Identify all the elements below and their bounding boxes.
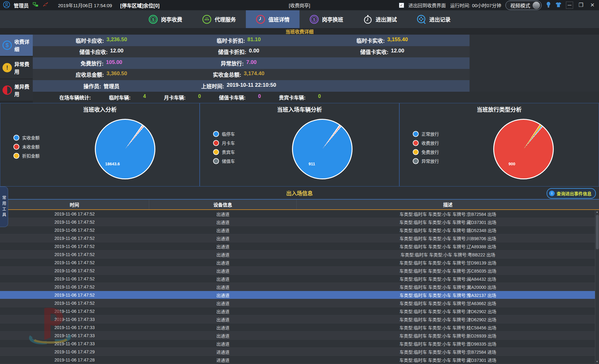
minimize-button[interactable]: ─ <box>566 2 573 9</box>
release-chart-title: 当班放行类型分析 <box>400 105 599 113</box>
stats-row-temp-card: 临时卡应收:3,236.50 临时卡折扣:81.10 临时卡实收:3,155.4… <box>33 35 470 46</box>
detail-sidebar: $ 收费详细 ! 异常费用 差异费用 <box>0 35 33 103</box>
table-header: 时间 设备信息 描述 <box>0 199 599 209</box>
event-table-body: 2019-11-06 17:47:52出通道车类型:临时车 车类型:小车 车牌号… <box>0 210 599 364</box>
onsite-label: 在场车辆统计: <box>59 94 91 101</box>
datetime: 2019年11月06日 17:54:09 <box>58 2 112 8</box>
sidebar-item-abnormal-fee[interactable]: ! 异常费用 <box>0 57 33 78</box>
parking-space-info: [停车区域]余位[0] <box>120 2 159 9</box>
app-window: 管理员 2019年11月06日 17:54:09 [停车区域]余位[0] [收费… <box>0 0 599 364</box>
svg-text:$: $ <box>313 17 315 22</box>
booth-title: [收费岗亭] <box>289 2 310 8</box>
video-mode-label: 视频模式 <box>510 2 530 9</box>
current-user: 管理员 <box>14 2 29 9</box>
money-circle-icon: $ <box>149 15 158 24</box>
clock-icon <box>256 15 265 24</box>
stats-row-totals: 应收总金额:3,360.50 实收金总额:3,174.40 <box>33 69 470 80</box>
entry-chart-title: 当班入场车辆分析 <box>200 105 399 113</box>
network-status-icon <box>32 2 39 8</box>
scroll-down-icon[interactable]: ▼ <box>595 360 599 364</box>
table-row[interactable]: 2019-11-06 17:47:33出通道车类型:临时车 车类型:小车 车牌号… <box>0 315 599 323</box>
release-chart-legend: 正常放行 收费放行 免费放行 异常放行 <box>413 131 439 164</box>
table-row-selected[interactable]: 2019-11-06 17:47:52出通道车类型:临时车 车类型:小车 车牌号… <box>0 291 599 299</box>
table-row[interactable]: 2019-11-06 17:47:52出通道车类型:临时车 车类型:小车 车牌号… <box>0 275 599 283</box>
sidebar-item-fee-detail[interactable]: $ 收费详细 <box>0 35 33 56</box>
table-row[interactable]: 2019-11-06 17:47:52出通道车类型:临时车 车类型:小车 车牌号… <box>0 250 599 259</box>
temp-received-value: 3,155.40 <box>387 36 408 44</box>
abnormal-release-value: 7.00 <box>246 59 256 67</box>
sidebar-item-diff-fee[interactable]: 差异费用 <box>0 80 33 101</box>
legend-dot <box>13 135 19 141</box>
release-type-panel: 当班放行类型分析 正常放行 收费放行 免费放行 异常放行 900 <box>399 103 599 187</box>
col-time[interactable]: 时间 <box>0 200 149 209</box>
legend-dot <box>13 153 19 159</box>
close-button[interactable]: ✕ <box>589 2 596 8</box>
col-device[interactable]: 设备信息 <box>149 200 297 209</box>
month-vehicles-count: 0 <box>198 94 201 101</box>
table-row[interactable]: 2019-11-06 17:47:52出通道车类型:临时车 车类型:小车 车牌号… <box>0 307 599 315</box>
income-analysis-panel: 当班收入分析 实收金额 未收金额 折扣金额 18643.6 <box>0 103 200 187</box>
temp-vehicles-count: 4 <box>143 94 146 101</box>
legend-dot <box>413 131 419 137</box>
table-row[interactable]: 2019-11-06 17:47:52出通道车类型:临时车 车类型:小车 车牌号… <box>0 234 599 242</box>
table-row[interactable]: 2019-11-06 17:47:33出通道车类型:临时车 车类型:小车 车牌号… <box>0 332 599 340</box>
skin-shirt-icon[interactable] <box>555 2 562 8</box>
table-row[interactable]: 2019-11-06 17:47:52出通道车类型:临时车 车类型:小车 车牌号… <box>0 226 599 234</box>
lightbulb-icon[interactable] <box>546 2 551 9</box>
video-mode-toggle[interactable]: 视频模式 <box>505 1 542 10</box>
shift-detail-title: 当班收费详细 <box>0 28 599 35</box>
table-row[interactable]: 2019-11-06 17:47:52出通道车类型:临时车 车类型:小车 车牌号… <box>0 299 599 307</box>
common-tools-flap[interactable]: 常用工具 <box>0 187 8 227</box>
avatar <box>3 1 10 9</box>
table-scrollbar[interactable]: ▲ ▼ <box>595 210 599 364</box>
table-row[interactable]: 2019-11-06 17:47:52出通道车类型:临时车 车类型:小车 车牌号… <box>0 267 599 275</box>
tab-duty-detail[interactable]: 值班详情 <box>246 10 300 28</box>
stats-row-operator: 操作员:管理员 上班时间:2019-10-11 22:10:50 <box>33 80 470 92</box>
table-row[interactable]: 2019-11-06 17:47:52出通道车类型:临时车 车类型:小车 车牌号… <box>0 210 599 218</box>
charts-section: 当班收入分析 实收金额 未收金额 折扣金额 18643.6 当班入场车辆分析 临… <box>0 103 599 187</box>
scroll-up-icon[interactable]: ▲ <box>595 210 599 214</box>
warning-icon: ! <box>2 63 12 72</box>
table-row[interactable]: 2019-11-06 17:47:33出通道车类型:临时车 车类型:小车 车牌号… <box>0 340 599 348</box>
income-chart-title: 当班收入分析 <box>0 105 199 113</box>
diff-circle-icon <box>2 85 12 95</box>
income-chart-legend: 实收金额 未收金额 折扣金额 <box>13 134 40 159</box>
income-pie-value: 18643.6 <box>105 162 120 166</box>
free-release-value: 105.00 <box>106 59 122 67</box>
agent-dots-icon <box>202 15 212 24</box>
legend-dot <box>413 140 419 146</box>
entry-vehicle-panel: 当班入场车辆分析 临停车 月卡车 贵宾车 储值车 911 <box>200 103 399 187</box>
return-to-fee-label: 进出回到收费界面 <box>408 2 446 8</box>
stopwatch-icon <box>363 15 373 24</box>
table-row[interactable]: 2019-11-06 17:47:52出通道车类型:临时车 车类型:小车 车牌号… <box>0 218 599 226</box>
table-row[interactable]: 2019-11-06 17:47:52出通道车类型:临时车 车类型:小车 车牌号… <box>0 242 599 250</box>
tab-inout-test[interactable]: 进出测试 <box>353 10 407 28</box>
table-row[interactable]: 2019-11-06 17:47:52出通道车类型:临时车 车类型:小车 车牌号… <box>0 283 599 291</box>
main-nav: $ 岗亭收费 代理服务 值班详情 $ 岗亭换班 进出测试 进出记录 <box>0 10 599 28</box>
table-row[interactable]: 2019-11-06 17:47:29进通道车类型:临时车 车类型:小车 车牌号… <box>0 348 599 356</box>
operator-value: 管理员 <box>104 82 119 90</box>
stored-received-value: 12.00 <box>391 48 404 56</box>
col-desc[interactable]: 描述 <box>297 200 599 209</box>
legend-dot <box>213 131 219 137</box>
query-events-button[interactable]: i 查询进出事件信息 <box>547 188 596 199</box>
maximize-button[interactable]: ❐ <box>577 2 585 8</box>
tab-inout-records[interactable]: 进出记录 <box>407 10 460 28</box>
table-row[interactable]: 2019-11-06 17:47:33出通道车类型:临时车 车类型:小车 车牌号… <box>0 323 599 332</box>
table-row[interactable]: 2019-11-06 17:47:52出通道车类型:临时车 车类型:小车 车牌号… <box>0 259 599 267</box>
return-to-fee-checkbox[interactable]: ✓ <box>399 3 404 8</box>
release-pie-chart: 900 <box>493 119 554 179</box>
tab-agent-services[interactable]: 代理服务 <box>192 10 246 28</box>
stored-vehicles-count: 0 <box>258 94 261 101</box>
runtime-value: 00小时07分钟 <box>472 2 501 8</box>
tab-booth-charge[interactable]: $ 岗亭收费 <box>139 10 192 28</box>
scroll-thumb[interactable] <box>596 215 599 249</box>
tab-shift-change[interactable]: $ 岗亭换班 <box>300 10 353 28</box>
fee-detail-icon: $ <box>2 41 12 50</box>
entry-chart-legend: 临停车 月卡车 贵宾车 储值车 <box>213 131 235 164</box>
total-received-value: 3,174.40 <box>244 70 264 78</box>
toggle-knob-icon <box>533 2 540 9</box>
table-row[interactable]: 2019-11-06 17:47:28进通道车类型:临时车 车类型:小车 车牌号… <box>0 356 599 364</box>
legend-dot <box>13 144 19 150</box>
stored-due-value: 12.00 <box>110 48 124 56</box>
